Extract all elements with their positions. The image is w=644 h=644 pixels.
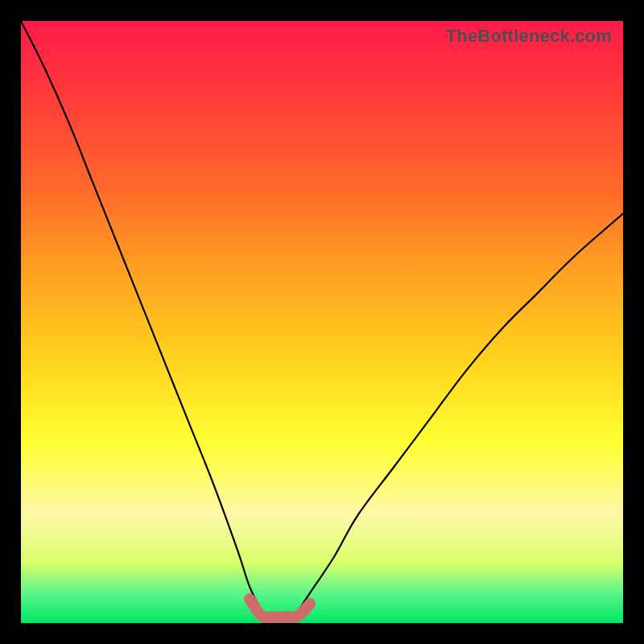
- right-branch-curve: [298, 213, 623, 611]
- left-branch-curve: [21, 21, 262, 611]
- plot-area: TheBottleneck.com: [21, 21, 623, 623]
- curve-svg: [21, 21, 623, 623]
- chart-stage: TheBottleneck.com: [0, 0, 644, 644]
- plateau-marker: [250, 599, 310, 617]
